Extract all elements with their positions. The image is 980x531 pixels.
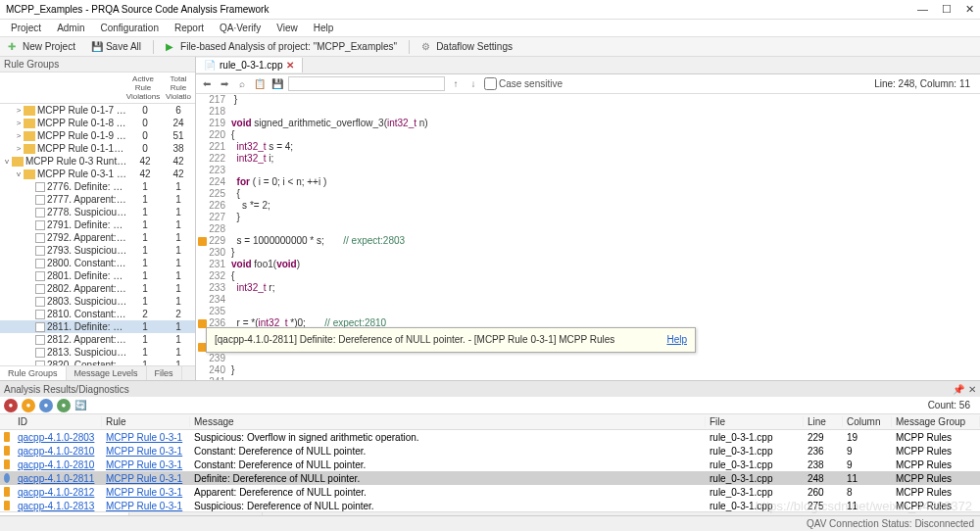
close-icon[interactable]: ✕ bbox=[968, 384, 976, 395]
tree-row[interactable]: > MCPP Rule 0-1-7 The v... 0 6 bbox=[0, 104, 195, 117]
tree-body[interactable]: > MCPP Rule 0-1-7 The v... 0 6 > MCPP Ru… bbox=[0, 104, 195, 365]
tree-row[interactable]: 2820. Constant: Ari... 1 1 bbox=[0, 359, 195, 365]
filter-warning-button[interactable]: ● bbox=[22, 399, 35, 412]
results-row[interactable]: qacpp-4.1.0-2810 MCPP Rule 0-3-1 Constan… bbox=[0, 444, 980, 458]
panel-title: Rule Groups bbox=[0, 57, 195, 72]
editor-tab[interactable]: 📄 rule_0-3-1.cpp ✕ bbox=[196, 58, 303, 72]
results-row[interactable]: qacpp-4.1.0-2803 MCPP Rule 0-3-1 Suspici… bbox=[0, 430, 980, 444]
tree-row[interactable]: v MCPP Rule 0-3 Runtime Fe... 42 42 bbox=[0, 155, 195, 168]
file-icon bbox=[35, 246, 45, 256]
rule-link[interactable]: MCPP Rule 0-3-1 bbox=[106, 446, 182, 457]
tree-row[interactable]: 2793. Suspicious: R... 1 1 bbox=[0, 244, 195, 257]
col-header[interactable]: Message bbox=[190, 416, 706, 427]
folder-icon bbox=[24, 106, 35, 116]
panel-tab[interactable]: Message Levels bbox=[67, 366, 147, 380]
connection-status: QAV Connection Status: Disconnected bbox=[807, 518, 974, 529]
col-header[interactable]: File bbox=[706, 416, 804, 427]
maximize-button[interactable]: ☐ bbox=[942, 3, 952, 16]
tree-row[interactable]: 2812. Apparent: De... 1 1 bbox=[0, 333, 195, 346]
editor-panel: 📄 rule_0-3-1.cpp ✕ ⬅ ➡ ⌕ 📋 💾 ↑ ↓ Case se… bbox=[196, 57, 980, 380]
filter-other-button[interactable]: ● bbox=[57, 399, 71, 412]
panel-tab[interactable]: Files bbox=[147, 366, 182, 380]
results-row[interactable]: qacpp-4.1.0-2810 MCPP Rule 0-3-1 Constan… bbox=[0, 458, 980, 471]
filter-error-button[interactable]: ● bbox=[4, 399, 18, 412]
new-project-button[interactable]: ✚ New Project bbox=[4, 39, 79, 55]
prev-match-button[interactable]: ↑ bbox=[449, 77, 463, 91]
id-link[interactable]: qacpp-4.1.0-2810 bbox=[18, 459, 94, 470]
id-link[interactable]: qacpp-4.1.0-2813 bbox=[18, 501, 94, 511]
menu-help[interactable]: Help bbox=[307, 21, 341, 35]
filter-info-button[interactable]: ● bbox=[39, 399, 53, 412]
col-header[interactable]: Column bbox=[843, 416, 892, 427]
results-row[interactable]: qacpp-4.1.0-2812 MCPP Rule 0-3-1 Apparen… bbox=[0, 485, 980, 499]
rule-link[interactable]: MCPP Rule 0-3-1 bbox=[106, 487, 182, 498]
tree-row[interactable]: > MCPP Rule 0-1-9 There... 0 51 bbox=[0, 129, 195, 142]
search-input[interactable] bbox=[288, 76, 445, 91]
results-row[interactable]: qacpp-4.1.0-2813 MCPP Rule 0-3-1 Suspici… bbox=[0, 499, 980, 511]
rule-link[interactable]: MCPP Rule 0-3-1 bbox=[106, 473, 182, 484]
menu-configuration[interactable]: Configuration bbox=[93, 21, 165, 35]
code-line: 234 bbox=[196, 294, 980, 306]
file-analysis-button[interactable]: ▶ File-based Analysis of project: "MCPP_… bbox=[162, 39, 401, 55]
close-tab-icon[interactable]: ✕ bbox=[286, 60, 294, 71]
tree-row[interactable]: v MCPP Rule 0-3-1 Mini... 42 42 bbox=[0, 168, 195, 180]
panel-tab[interactable]: Rule Groups bbox=[0, 366, 67, 380]
warning-icon[interactable] bbox=[198, 237, 207, 246]
menu-report[interactable]: Report bbox=[168, 21, 211, 35]
case-sensitive-checkbox[interactable]: Case sensitive bbox=[484, 77, 563, 90]
code-line: 221 int32_t s = 4; bbox=[196, 141, 980, 153]
menu-view[interactable]: View bbox=[270, 21, 305, 35]
menu-project[interactable]: Project bbox=[4, 21, 48, 35]
rule-link[interactable]: MCPP Rule 0-3-1 bbox=[106, 432, 182, 443]
pin-icon[interactable]: 📌 bbox=[953, 384, 964, 395]
tree-row[interactable]: 2803. Suspicious: ... 1 1 bbox=[0, 295, 195, 308]
close-button[interactable]: ✕ bbox=[965, 3, 974, 16]
id-link[interactable]: qacpp-4.1.0-2803 bbox=[18, 432, 94, 443]
back-button[interactable]: ⬅ bbox=[200, 77, 214, 91]
menu-admin[interactable]: Admin bbox=[50, 21, 91, 35]
tree-row[interactable]: 2791. Definite: Rig... 1 1 bbox=[0, 218, 195, 231]
id-link[interactable]: qacpp-4.1.0-2810 bbox=[18, 446, 94, 457]
dataflow-settings-button[interactable]: ⚙ Dataflow Settings bbox=[417, 39, 516, 55]
id-link[interactable]: qacpp-4.1.0-2812 bbox=[18, 487, 94, 498]
file-icon bbox=[35, 259, 45, 268]
warning-icon bbox=[4, 446, 10, 456]
code-line: 230 } bbox=[196, 247, 980, 259]
tooltip-help-link[interactable]: Help bbox=[666, 334, 687, 346]
tree-row[interactable]: 2801. Definite: Ove... 1 1 bbox=[0, 269, 195, 282]
id-link[interactable]: qacpp-4.1.0-2811 bbox=[18, 473, 94, 484]
rule-link[interactable]: MCPP Rule 0-3-1 bbox=[106, 501, 182, 511]
editor-tabs: 📄 rule_0-3-1.cpp ✕ bbox=[196, 57, 980, 74]
forward-button[interactable]: ➡ bbox=[218, 77, 231, 91]
search-icon[interactable]: ⌕ bbox=[235, 77, 249, 91]
next-match-button[interactable]: ↓ bbox=[466, 77, 480, 91]
tree-row[interactable]: 2810. Constant: De... 2 2 bbox=[0, 308, 195, 320]
tree-row[interactable]: 2777. Apparent: Co... 1 1 bbox=[0, 193, 195, 206]
results-row[interactable]: qacpp-4.1.0-2811 MCPP Rule 0-3-1 Definit… bbox=[0, 471, 980, 485]
tree-row[interactable]: 2802. Apparent: Ov... 1 1 bbox=[0, 282, 195, 295]
tree-row[interactable]: 2811. Definite: Der... 1 1 bbox=[0, 320, 195, 333]
copy-icon[interactable]: 📋 bbox=[253, 77, 267, 91]
save-all-button[interactable]: 💾 Save All bbox=[87, 39, 145, 55]
col-header[interactable]: ID bbox=[14, 416, 102, 427]
tree-row[interactable]: > MCPP Rule 0-1-8 All fu... 0 24 bbox=[0, 117, 195, 129]
panel-title: Analysis Results/Diagnostics bbox=[4, 384, 129, 395]
titlebar: MCPP_Examples - PRQA Source Code Analysi… bbox=[0, 0, 980, 20]
refresh-icon[interactable]: 🔄 bbox=[74, 400, 86, 410]
tree-row[interactable]: 2776. Definite: Cop... 1 1 bbox=[0, 180, 195, 193]
tree-row[interactable]: > MCPP Rule 0-1-10 Ever... 0 38 bbox=[0, 142, 195, 155]
tree-row[interactable]: 2800. Constant: Ov... 1 1 bbox=[0, 257, 195, 269]
tree-row[interactable]: 2792. Apparent: D... 1 1 bbox=[0, 231, 195, 244]
code-line: 218 bbox=[196, 106, 980, 118]
rule-link[interactable]: MCPP Rule 0-3-1 bbox=[106, 459, 182, 470]
col-header[interactable]: Line bbox=[804, 416, 843, 427]
col-header[interactable]: Rule bbox=[102, 416, 190, 427]
save-icon[interactable]: 💾 bbox=[270, 77, 284, 91]
menu-qa·verify[interactable]: QA·Verify bbox=[213, 21, 268, 35]
code-area[interactable]: 217 } 218 219 void signed_arithmetic_ove… bbox=[196, 94, 980, 380]
tree-row[interactable]: 2778. Suspicious: C... 1 1 bbox=[0, 206, 195, 218]
tree-row[interactable]: 2813. Suspicious: D... 1 1 bbox=[0, 346, 195, 359]
code-line: 229 s = 1000000000 * s; // expect:2803 bbox=[196, 235, 980, 247]
minimize-button[interactable]: — bbox=[917, 3, 928, 16]
col-header[interactable]: Message Group bbox=[892, 416, 980, 427]
